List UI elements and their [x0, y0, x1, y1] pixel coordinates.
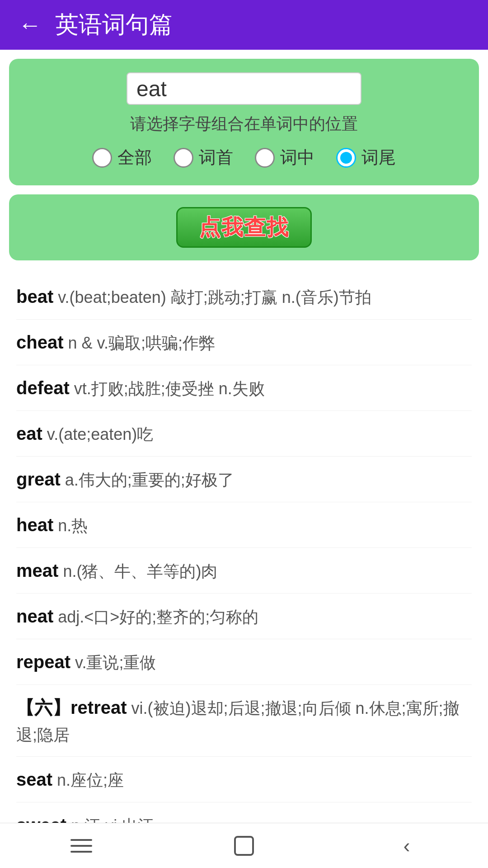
word-term: repeat [16, 652, 70, 672]
word-definition: a.伟大的;重要的;好极了 [65, 471, 234, 489]
list-item[interactable]: beat v.(beat;beaten) 敲打;跳动;打赢 n.(音乐)节拍 [16, 274, 472, 320]
square-icon [234, 836, 254, 856]
radio-middle[interactable]: 词中 [255, 146, 314, 169]
bottom-nav: ‹ [0, 823, 488, 868]
list-item[interactable]: repeat v.重说;重做 [16, 639, 472, 685]
list-item[interactable]: seat n.座位;座 [16, 757, 472, 802]
search-button[interactable]: 点我查找 [176, 207, 312, 248]
word-term: seat [16, 769, 52, 789]
radio-circle-start [174, 148, 193, 168]
word-definition: n & v.骗取;哄骗;作弊 [68, 334, 215, 352]
list-item[interactable]: neat adj.<口>好的;整齐的;匀称的 [16, 594, 472, 639]
word-term: 【六】retreat [16, 698, 127, 717]
radio-circle-end [336, 148, 356, 168]
word-term: defeat [16, 378, 70, 398]
word-term: cheat [16, 332, 64, 352]
list-item[interactable]: cheat n & v.骗取;哄骗;作弊 [16, 320, 472, 365]
list-item[interactable]: 【六】retreat vi.(被迫)退却;后退;撤退;向后倾 n.休息;寓所;撤… [16, 685, 472, 757]
radio-circle-middle [255, 148, 275, 168]
word-definition: n.热 [58, 516, 88, 535]
word-definition: v.重说;重做 [75, 653, 156, 672]
button-section: 点我查找 [9, 194, 479, 260]
list-item[interactable]: defeat vt.打败;战胜;使受挫 n.失败 [16, 365, 472, 411]
radio-all[interactable]: 全部 [92, 146, 152, 169]
radio-start[interactable]: 词首 [174, 146, 233, 169]
word-term: beat [16, 287, 53, 307]
word-definition: v.(ate;eaten)吃 [47, 425, 153, 443]
word-term: eat [16, 424, 42, 443]
search-hint: 请选择字母组合在单词中的位置 [27, 113, 461, 135]
list-item[interactable]: eat v.(ate;eaten)吃 [16, 411, 472, 457]
page-title: 英语词句篇 [55, 9, 173, 41]
menu-icon [70, 839, 92, 853]
word-definition: adj.<口>好的;整齐的;匀称的 [58, 608, 258, 626]
word-term: great [16, 469, 61, 489]
search-input[interactable] [127, 72, 361, 105]
back-icon: ‹ [404, 836, 410, 856]
nav-home-button[interactable] [226, 832, 262, 859]
word-definition: n.(猪、牛、羊等的)肉 [63, 562, 217, 580]
word-definition: v.(beat;beaten) 敲打;跳动;打赢 n.(音乐)节拍 [58, 288, 371, 307]
word-definition: vt.打败;战胜;使受挫 n.失败 [74, 379, 265, 398]
nav-back-button[interactable]: ‹ [389, 832, 425, 859]
word-definition: n.座位;座 [57, 771, 124, 789]
radio-label-start: 词首 [199, 146, 233, 169]
radio-circle-all [92, 148, 112, 168]
radio-label-middle: 词中 [280, 146, 314, 169]
nav-menu-button[interactable] [63, 832, 99, 859]
word-term: heat [16, 515, 53, 535]
radio-label-all: 全部 [117, 146, 152, 169]
list-item[interactable]: meat n.(猪、牛、羊等的)肉 [16, 548, 472, 594]
radio-group: 全部 词首 词中 词尾 [27, 146, 461, 169]
word-term: neat [16, 606, 53, 626]
radio-end[interactable]: 词尾 [336, 146, 396, 169]
back-button[interactable]: ← [18, 13, 42, 37]
word-term: meat [16, 561, 58, 580]
list-item[interactable]: great a.伟大的;重要的;好极了 [16, 457, 472, 502]
header: ← 英语词句篇 [0, 0, 488, 50]
search-section: 请选择字母组合在单词中的位置 全部 词首 词中 词尾 [9, 59, 479, 185]
radio-label-end: 词尾 [361, 146, 396, 169]
word-list: beat v.(beat;beaten) 敲打;跳动;打赢 n.(音乐)节拍ch… [0, 269, 488, 868]
list-item[interactable]: heat n.热 [16, 502, 472, 548]
search-input-wrapper [27, 72, 461, 105]
search-button-label: 点我查找 [199, 213, 289, 242]
